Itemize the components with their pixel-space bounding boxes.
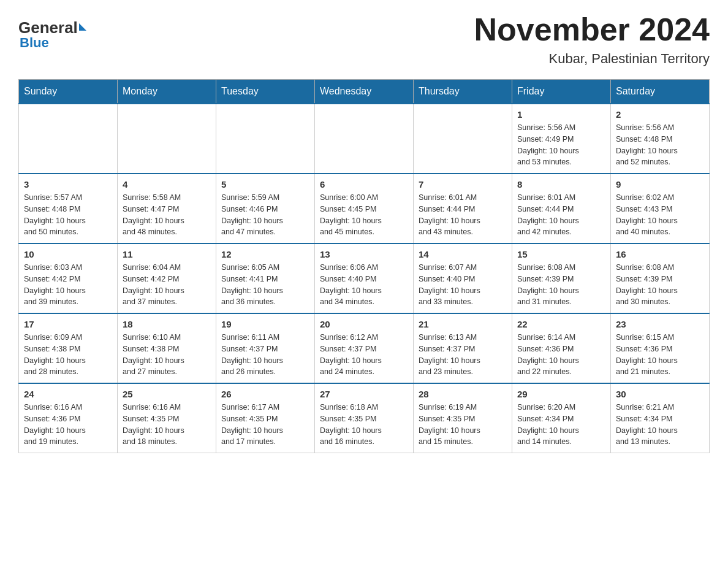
day-info: Sunrise: 5:56 AM Sunset: 4:49 PM Dayligh… [517,122,605,168]
day-info: Sunrise: 6:01 AM Sunset: 4:44 PM Dayligh… [517,192,605,238]
day-number: 2 [616,109,704,120]
calendar-day-cell: 12Sunrise: 6:05 AM Sunset: 4:41 PM Dayli… [216,243,315,313]
logo: General Blue [18,12,86,51]
day-number: 28 [419,389,507,399]
day-info: Sunrise: 5:58 AM Sunset: 4:47 PM Dayligh… [123,192,211,238]
calendar-day-cell: 18Sunrise: 6:10 AM Sunset: 4:38 PM Dayli… [118,313,216,383]
logo-blue: Blue [20,35,49,51]
day-info: Sunrise: 6:05 AM Sunset: 4:41 PM Dayligh… [221,262,309,308]
day-number: 16 [616,249,704,259]
day-number: 7 [419,179,507,190]
day-info: Sunrise: 6:08 AM Sunset: 4:39 PM Dayligh… [616,262,704,308]
calendar-day-cell: 19Sunrise: 6:11 AM Sunset: 4:37 PM Dayli… [216,313,315,383]
calendar-day-cell: 11Sunrise: 6:04 AM Sunset: 4:42 PM Dayli… [118,243,216,313]
day-info: Sunrise: 5:59 AM Sunset: 4:46 PM Dayligh… [221,192,309,238]
day-number: 13 [320,249,408,259]
calendar-day-cell [19,104,118,174]
calendar-day-cell: 29Sunrise: 6:20 AM Sunset: 4:34 PM Dayli… [512,383,611,453]
day-info: Sunrise: 6:04 AM Sunset: 4:42 PM Dayligh… [123,262,211,308]
day-info: Sunrise: 6:03 AM Sunset: 4:42 PM Dayligh… [24,262,112,308]
calendar-day-cell: 13Sunrise: 6:06 AM Sunset: 4:40 PM Dayli… [315,243,414,313]
calendar-day-cell: 24Sunrise: 6:16 AM Sunset: 4:36 PM Dayli… [19,383,118,453]
calendar-day-cell: 20Sunrise: 6:12 AM Sunset: 4:37 PM Dayli… [315,313,414,383]
calendar-day-cell: 10Sunrise: 6:03 AM Sunset: 4:42 PM Dayli… [19,243,118,313]
calendar-day-cell: 14Sunrise: 6:07 AM Sunset: 4:40 PM Dayli… [414,243,512,313]
day-number: 19 [221,319,309,329]
calendar-day-cell: 8Sunrise: 6:01 AM Sunset: 4:44 PM Daylig… [512,174,611,243]
calendar-week-row: 10Sunrise: 6:03 AM Sunset: 4:42 PM Dayli… [19,243,710,313]
calendar-day-cell: 3Sunrise: 5:57 AM Sunset: 4:48 PM Daylig… [19,174,118,243]
calendar-day-cell: 2Sunrise: 5:56 AM Sunset: 4:48 PM Daylig… [611,104,710,174]
day-number: 21 [419,319,507,329]
day-number: 30 [616,389,704,399]
calendar-day-cell: 28Sunrise: 6:19 AM Sunset: 4:35 PM Dayli… [414,383,512,453]
day-number: 11 [123,249,211,259]
day-info: Sunrise: 6:21 AM Sunset: 4:34 PM Dayligh… [616,402,704,448]
calendar-day-cell [315,104,414,174]
calendar-day-cell: 5Sunrise: 5:59 AM Sunset: 4:46 PM Daylig… [216,174,315,243]
day-info: Sunrise: 6:15 AM Sunset: 4:36 PM Dayligh… [616,332,704,378]
day-number: 20 [320,319,408,329]
calendar-title-area: November 2024 Kubar, Palestinian Territo… [474,12,710,67]
day-number: 10 [24,249,112,259]
day-number: 4 [123,179,211,190]
calendar-day-cell: 25Sunrise: 6:16 AM Sunset: 4:35 PM Dayli… [118,383,216,453]
day-number: 1 [517,109,605,120]
calendar-day-cell: 26Sunrise: 6:17 AM Sunset: 4:35 PM Dayli… [216,383,315,453]
calendar-day-cell: 1Sunrise: 5:56 AM Sunset: 4:49 PM Daylig… [512,104,611,174]
calendar-day-cell: 15Sunrise: 6:08 AM Sunset: 4:39 PM Dayli… [512,243,611,313]
calendar-day-cell: 21Sunrise: 6:13 AM Sunset: 4:37 PM Dayli… [414,313,512,383]
day-info: Sunrise: 6:19 AM Sunset: 4:35 PM Dayligh… [419,402,507,448]
day-number: 6 [320,179,408,190]
day-info: Sunrise: 6:10 AM Sunset: 4:38 PM Dayligh… [123,332,211,378]
day-number: 22 [517,319,605,329]
page-header: General Blue November 2024 Kubar, Palest… [18,12,710,67]
day-number: 27 [320,389,408,399]
day-of-week-header: Thursday [414,80,512,104]
day-info: Sunrise: 6:06 AM Sunset: 4:40 PM Dayligh… [320,262,408,308]
day-of-week-header: Monday [118,80,216,104]
calendar-day-cell: 16Sunrise: 6:08 AM Sunset: 4:39 PM Dayli… [611,243,710,313]
calendar-header-row: SundayMondayTuesdayWednesdayThursdayFrid… [19,80,710,104]
location-title: Kubar, Palestinian Territory [474,51,710,67]
day-number: 17 [24,319,112,329]
day-number: 14 [419,249,507,259]
day-number: 25 [123,389,211,399]
calendar-day-cell: 22Sunrise: 6:14 AM Sunset: 4:36 PM Dayli… [512,313,611,383]
day-info: Sunrise: 6:17 AM Sunset: 4:35 PM Dayligh… [221,402,309,448]
day-info: Sunrise: 6:01 AM Sunset: 4:44 PM Dayligh… [419,192,507,238]
day-info: Sunrise: 6:11 AM Sunset: 4:37 PM Dayligh… [221,332,309,378]
day-info: Sunrise: 6:18 AM Sunset: 4:35 PM Dayligh… [320,402,408,448]
day-of-week-header: Saturday [611,80,710,104]
calendar-day-cell: 30Sunrise: 6:21 AM Sunset: 4:34 PM Dayli… [611,383,710,453]
calendar-day-cell: 23Sunrise: 6:15 AM Sunset: 4:36 PM Dayli… [611,313,710,383]
calendar-week-row: 17Sunrise: 6:09 AM Sunset: 4:38 PM Dayli… [19,313,710,383]
day-number: 9 [616,179,704,190]
day-info: Sunrise: 5:56 AM Sunset: 4:48 PM Dayligh… [616,122,704,168]
day-number: 24 [24,389,112,399]
day-info: Sunrise: 6:09 AM Sunset: 4:38 PM Dayligh… [24,332,112,378]
calendar-day-cell: 9Sunrise: 6:02 AM Sunset: 4:43 PM Daylig… [611,174,710,243]
day-of-week-header: Friday [512,80,611,104]
day-info: Sunrise: 6:07 AM Sunset: 4:40 PM Dayligh… [419,262,507,308]
day-number: 5 [221,179,309,190]
day-of-week-header: Tuesday [216,80,315,104]
day-number: 23 [616,319,704,329]
day-info: Sunrise: 6:08 AM Sunset: 4:39 PM Dayligh… [517,262,605,308]
calendar-day-cell: 4Sunrise: 5:58 AM Sunset: 4:47 PM Daylig… [118,174,216,243]
month-title: November 2024 [474,12,710,47]
calendar-day-cell: 6Sunrise: 6:00 AM Sunset: 4:45 PM Daylig… [315,174,414,243]
day-info: Sunrise: 6:20 AM Sunset: 4:34 PM Dayligh… [517,402,605,448]
calendar-day-cell: 17Sunrise: 6:09 AM Sunset: 4:38 PM Dayli… [19,313,118,383]
calendar-day-cell: 7Sunrise: 6:01 AM Sunset: 4:44 PM Daylig… [414,174,512,243]
calendar-week-row: 24Sunrise: 6:16 AM Sunset: 4:36 PM Dayli… [19,383,710,453]
day-info: Sunrise: 6:14 AM Sunset: 4:36 PM Dayligh… [517,332,605,378]
day-info: Sunrise: 6:12 AM Sunset: 4:37 PM Dayligh… [320,332,408,378]
day-of-week-header: Sunday [19,80,118,104]
day-info: Sunrise: 6:02 AM Sunset: 4:43 PM Dayligh… [616,192,704,238]
calendar-week-row: 1Sunrise: 5:56 AM Sunset: 4:49 PM Daylig… [19,104,710,174]
day-number: 29 [517,389,605,399]
calendar-day-cell [216,104,315,174]
day-number: 18 [123,319,211,329]
day-info: Sunrise: 6:16 AM Sunset: 4:36 PM Dayligh… [24,402,112,448]
